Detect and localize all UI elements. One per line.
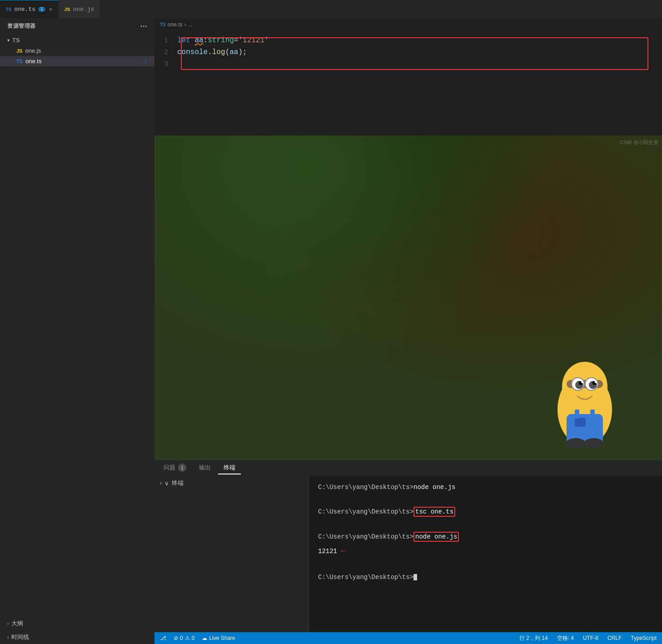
outline-label: 大纲 [11, 619, 23, 628]
timeline-label: 时间线 [11, 633, 29, 641]
terminal-cmd-3: node one.js [413, 532, 459, 542]
sidebar-timeline[interactable]: › 时间线 [0, 630, 154, 644]
sidebar-onejs-name: one.js [25, 47, 41, 54]
terminal-content[interactable]: C:\Users\yang\Desktop\ts>node one.js C:\… [309, 476, 662, 632]
status-right: 行 2，列 14 空格: 4 UTF-8 CRLF TypeScript [518, 634, 658, 642]
ts-file-icon: TS [16, 59, 23, 64]
terminal-line-spacer2 [318, 519, 653, 530]
status-spaces[interactable]: 空格: 4 [555, 634, 576, 642]
terminal-line-2: C:\Users\yang\Desktop\ts>tsc one.ts [318, 506, 653, 518]
terminal-sidebar-label: 终端 [172, 479, 184, 487]
terminal-line-3: C:\Users\yang\Desktop\ts>node one.js [318, 531, 653, 543]
terminal-sidebar: › ∨ 终端 [154, 476, 309, 632]
status-bar: ⎇ ⊘ 0 ⚠ 0 ☁ Live Share 行 2，列 14 空格 [154, 632, 662, 644]
tab-one-js[interactable]: JS one.js [59, 0, 100, 18]
js-file-icon: JS [16, 48, 22, 54]
output-label: 输出 [199, 464, 211, 472]
arrow-indicator: ← [341, 544, 346, 558]
language-label: TypeScript [631, 635, 657, 641]
liveshare-label: Live Share [209, 635, 235, 641]
terminal-sidebar-chevron: ∨ [164, 480, 169, 487]
terminal-path-2: C:\Users\yang\Desktop\ts> [318, 508, 413, 515]
folder-arrow-icon: ▾ [7, 38, 10, 43]
tab-one-ts-badge: 1 [38, 7, 45, 12]
tab-one-ts-label: one.ts [14, 6, 35, 13]
minion-illustration [544, 350, 626, 450]
timeline-arrow-icon: › [7, 635, 9, 640]
sidebar-bottom: › 大纲 › 时间线 [0, 617, 154, 644]
panel-tab-problems[interactable]: 问题 1 [158, 462, 192, 474]
error-count: 0 [180, 635, 183, 641]
sidebar-file-onets[interactable]: TS one.ts 1 [0, 56, 154, 66]
status-errors[interactable]: ⊘ 0 ⚠ 0 [172, 635, 196, 641]
terminal-cmd-2: tsc one.ts [413, 507, 455, 517]
terminal-path-1: C:\Users\yang\Desktop\ts> [318, 484, 413, 491]
line-content-2: console.log(aa); [177, 48, 662, 56]
sidebar-more-button[interactable]: ··· [140, 22, 147, 30]
terminal-output-12121: 12121 [318, 548, 337, 555]
svg-point-11 [595, 381, 597, 383]
sidebar-outline[interactable]: › 大纲 [0, 617, 154, 630]
sidebar-header: 资源管理器 ··· [0, 18, 154, 34]
svg-point-7 [581, 381, 583, 383]
line-content-1: let aa:string='12121' [177, 36, 662, 45]
watermark: CS研 @小阳生菜 [620, 139, 658, 146]
panel-tabs: 问题 1 输出 终端 [154, 460, 662, 476]
js-icon: JS [64, 7, 70, 12]
sidebar: 资源管理器 ··· ▾ TS JS one.js TS one.ts 1 › 大… [0, 18, 154, 644]
code-editor[interactable]: 1 let aa:string='12121' 2 console.log(aa… [154, 31, 662, 135]
breadcrumb: TS one.ts › ... [154, 18, 662, 31]
terminal-area: › ∨ 终端 C:\Users\yang\Desktop\ts>node one… [154, 476, 662, 632]
line-content-3 [177, 60, 662, 68]
tab-one-ts-close[interactable]: ✕ [48, 5, 53, 14]
liveshare-icon: ☁ [202, 635, 207, 641]
status-branch[interactable]: ⎇ [158, 635, 168, 641]
status-liveshare[interactable]: ☁ Live Share [200, 635, 237, 641]
panel-area: 问题 1 输出 终端 › ∨ 终端 [154, 459, 662, 632]
branch-icon: ⎇ [160, 635, 166, 641]
status-left: ⎇ ⊘ 0 ⚠ 0 ☁ Live Share [158, 635, 237, 641]
terminal-path-3: C:\Users\yang\Desktop\ts> [318, 533, 413, 540]
terminal-line-1: C:\Users\yang\Desktop\ts>node one.js [318, 482, 653, 493]
panel-tab-terminal[interactable]: 终端 [218, 462, 241, 474]
status-position[interactable]: 行 2，列 14 [518, 634, 550, 642]
terminal-output-line: 12121 ← [318, 544, 653, 558]
code-lines: 1 let aa:string='12121' 2 console.log(aa… [154, 31, 662, 74]
line-num-2: 2 [154, 49, 177, 56]
status-line-ending[interactable]: CRLF [606, 635, 623, 641]
sidebar-onets-name: one.ts [25, 58, 41, 65]
line-ending-label: CRLF [607, 635, 622, 641]
terminal-path-4: C:\Users\yang\Desktop\ts> [318, 574, 413, 581]
terminal-label: 终端 [224, 464, 235, 472]
tab-one-ts[interactable]: TS one.ts 1 ✕ [0, 0, 59, 18]
tab-one-js-label: one.js [73, 6, 94, 13]
sidebar-title: 资源管理器 [7, 22, 36, 30]
problems-label: 问题 [164, 464, 175, 472]
ts-icon: TS [5, 7, 11, 12]
terminal-sidebar-header[interactable]: › ∨ 终端 [154, 476, 309, 490]
line-num-1: 1 [154, 37, 177, 44]
panel-tab-output[interactable]: 输出 [194, 462, 216, 474]
status-encoding[interactable]: UTF-8 [581, 635, 600, 641]
sidebar-file-onejs[interactable]: JS one.js [0, 45, 154, 56]
warning-count: 0 [192, 635, 195, 641]
status-language[interactable]: TypeScript [629, 635, 658, 641]
problems-badge: 1 [178, 464, 186, 472]
terminal-line-spacer1 [318, 494, 653, 505]
code-line-3: 3 [154, 58, 662, 70]
warning-icon: ⚠ [185, 635, 190, 641]
tab-bar: TS one.ts 1 ✕ JS one.js [0, 0, 662, 18]
svg-rect-17 [590, 409, 595, 419]
position-label: 行 2，列 14 [519, 634, 548, 642]
sidebar-folder-ts[interactable]: ▾ TS [0, 35, 154, 45]
svg-point-19 [584, 438, 604, 449]
breadcrumb-filename: one.ts [168, 21, 183, 28]
terminal-line-spacer3 [318, 559, 653, 570]
code-line-1: 1 let aa:string='12121' [154, 35, 662, 46]
sidebar-section: ▾ TS JS one.js TS one.ts 1 [0, 34, 154, 67]
breadcrumb-sep: › [184, 21, 186, 28]
svg-rect-15 [575, 418, 586, 427]
breadcrumb-ellipsis: ... [188, 21, 192, 28]
svg-point-18 [566, 438, 586, 449]
breadcrumb-ts-icon: TS [160, 22, 166, 27]
